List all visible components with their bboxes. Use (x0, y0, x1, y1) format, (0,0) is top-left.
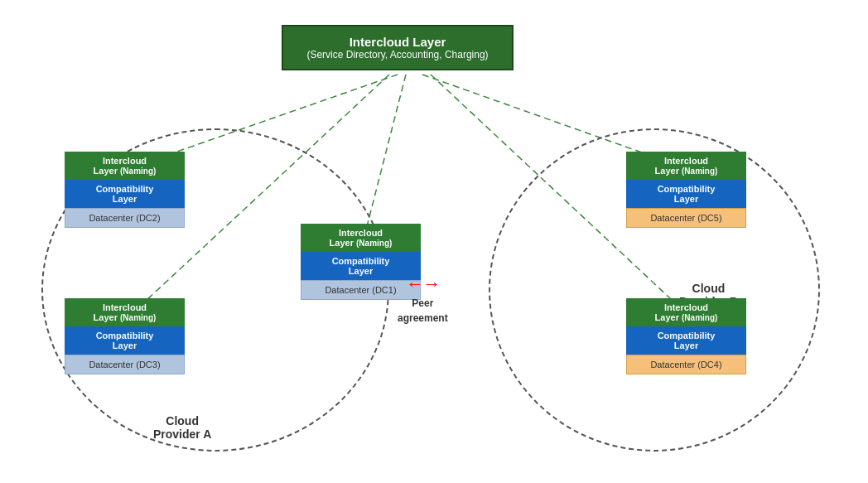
dc5-intercloud: IntercloudLayer (Naming) (626, 152, 746, 180)
peer-arrow: ←→ (398, 273, 448, 295)
peer-agreement-area: ←→ Peeragreement (398, 273, 448, 325)
dc3-datacenter: Datacenter (DC3) (65, 355, 185, 374)
dc2-intercloud: IntercloudLayer (Naming) (65, 152, 185, 180)
dc4-unit: IntercloudLayer (Naming) CompatibilityLa… (626, 298, 746, 374)
dc3-unit: IntercloudLayer (Naming) CompatibilityLa… (65, 298, 185, 374)
dc4-datacenter: Datacenter (DC4) (626, 355, 746, 374)
dc3-intercloud: IntercloudLayer (Naming) (65, 298, 185, 326)
dc5-datacenter: Datacenter (DC5) (626, 208, 746, 228)
dc2-datacenter: Datacenter (DC2) (65, 208, 185, 228)
top-intercloud-subtitle: (Service Directory, Accounting, Charging… (295, 49, 500, 60)
cloud-provider-a-label: CloudProvider A (153, 414, 211, 441)
dc3-compat: CompatibilityLayer (65, 326, 185, 355)
dc5-compat: CompatibilityLayer (626, 180, 746, 208)
top-intercloud-title: Intercloud Layer (295, 35, 500, 49)
dc4-intercloud: IntercloudLayer (Naming) (626, 298, 746, 326)
dc2-unit: IntercloudLayer (Naming) CompatibilityLa… (65, 152, 185, 228)
diagram: Intercloud Layer (Service Directory, Acc… (0, 0, 868, 483)
dc5-unit: IntercloudLayer (Naming) CompatibilityLa… (626, 152, 746, 228)
dc1-intercloud: IntercloudLayer (Naming) (301, 224, 421, 252)
peer-label: Peeragreement (398, 297, 448, 324)
dc2-compat: CompatibilityLayer (65, 180, 185, 208)
svg-line-2 (364, 75, 406, 236)
top-intercloud-box: Intercloud Layer (Service Directory, Acc… (282, 25, 514, 70)
dc4-compat: CompatibilityLayer (626, 326, 746, 355)
